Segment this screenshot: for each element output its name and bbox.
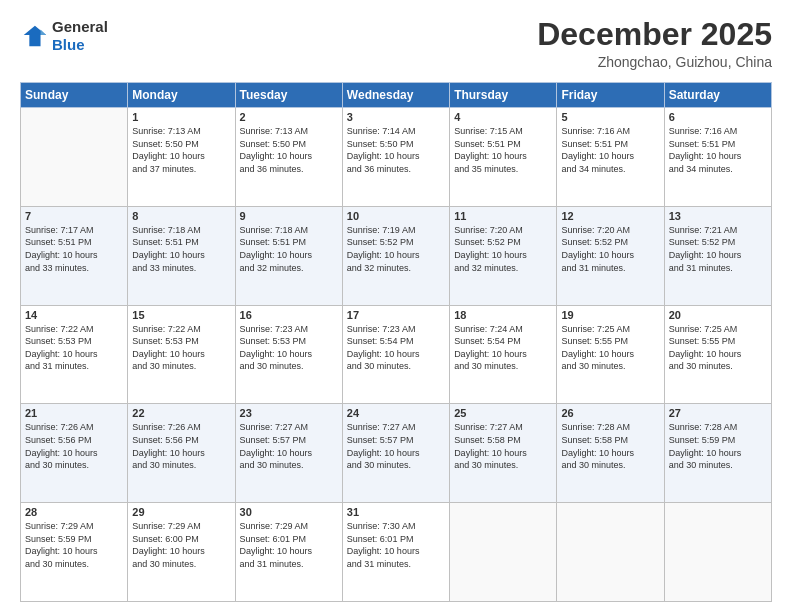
day-number: 20 — [669, 309, 767, 321]
cell-info: Sunrise: 7:28 AMSunset: 5:58 PMDaylight:… — [561, 421, 659, 471]
table-row: 22Sunrise: 7:26 AMSunset: 5:56 PMDayligh… — [128, 404, 235, 503]
day-number: 14 — [25, 309, 123, 321]
day-number: 17 — [347, 309, 445, 321]
table-row: 31Sunrise: 7:30 AMSunset: 6:01 PMDayligh… — [342, 503, 449, 602]
cell-info: Sunrise: 7:22 AMSunset: 5:53 PMDaylight:… — [132, 323, 230, 373]
day-number: 31 — [347, 506, 445, 518]
day-number: 6 — [669, 111, 767, 123]
cell-info: Sunrise: 7:15 AMSunset: 5:51 PMDaylight:… — [454, 125, 552, 175]
calendar-week-row: 7Sunrise: 7:17 AMSunset: 5:51 PMDaylight… — [21, 206, 772, 305]
col-friday: Friday — [557, 83, 664, 108]
day-number: 22 — [132, 407, 230, 419]
cell-info: Sunrise: 7:21 AMSunset: 5:52 PMDaylight:… — [669, 224, 767, 274]
cell-info: Sunrise: 7:29 AMSunset: 6:00 PMDaylight:… — [132, 520, 230, 570]
table-row: 10Sunrise: 7:19 AMSunset: 5:52 PMDayligh… — [342, 206, 449, 305]
day-number: 8 — [132, 210, 230, 222]
table-row — [450, 503, 557, 602]
table-row: 24Sunrise: 7:27 AMSunset: 5:57 PMDayligh… — [342, 404, 449, 503]
header: General Blue December 2025 Zhongchao, Gu… — [20, 18, 772, 70]
cell-info: Sunrise: 7:26 AMSunset: 5:56 PMDaylight:… — [132, 421, 230, 471]
table-row: 15Sunrise: 7:22 AMSunset: 5:53 PMDayligh… — [128, 305, 235, 404]
day-number: 16 — [240, 309, 338, 321]
col-saturday: Saturday — [664, 83, 771, 108]
cell-info: Sunrise: 7:26 AMSunset: 5:56 PMDaylight:… — [25, 421, 123, 471]
day-number: 11 — [454, 210, 552, 222]
cell-info: Sunrise: 7:30 AMSunset: 6:01 PMDaylight:… — [347, 520, 445, 570]
day-number: 12 — [561, 210, 659, 222]
day-number: 30 — [240, 506, 338, 518]
table-row: 21Sunrise: 7:26 AMSunset: 5:56 PMDayligh… — [21, 404, 128, 503]
cell-info: Sunrise: 7:25 AMSunset: 5:55 PMDaylight:… — [561, 323, 659, 373]
month-title: December 2025 — [537, 18, 772, 50]
calendar-table: Sunday Monday Tuesday Wednesday Thursday… — [20, 82, 772, 602]
cell-info: Sunrise: 7:23 AMSunset: 5:54 PMDaylight:… — [347, 323, 445, 373]
cell-info: Sunrise: 7:13 AMSunset: 5:50 PMDaylight:… — [240, 125, 338, 175]
table-row: 7Sunrise: 7:17 AMSunset: 5:51 PMDaylight… — [21, 206, 128, 305]
table-row: 9Sunrise: 7:18 AMSunset: 5:51 PMDaylight… — [235, 206, 342, 305]
table-row: 23Sunrise: 7:27 AMSunset: 5:57 PMDayligh… — [235, 404, 342, 503]
col-sunday: Sunday — [21, 83, 128, 108]
table-row: 17Sunrise: 7:23 AMSunset: 5:54 PMDayligh… — [342, 305, 449, 404]
table-row: 20Sunrise: 7:25 AMSunset: 5:55 PMDayligh… — [664, 305, 771, 404]
cell-info: Sunrise: 7:25 AMSunset: 5:55 PMDaylight:… — [669, 323, 767, 373]
table-row: 5Sunrise: 7:16 AMSunset: 5:51 PMDaylight… — [557, 108, 664, 207]
table-row: 12Sunrise: 7:20 AMSunset: 5:52 PMDayligh… — [557, 206, 664, 305]
table-row: 19Sunrise: 7:25 AMSunset: 5:55 PMDayligh… — [557, 305, 664, 404]
location-subtitle: Zhongchao, Guizhou, China — [537, 54, 772, 70]
table-row: 30Sunrise: 7:29 AMSunset: 6:01 PMDayligh… — [235, 503, 342, 602]
table-row: 3Sunrise: 7:14 AMSunset: 5:50 PMDaylight… — [342, 108, 449, 207]
day-number: 13 — [669, 210, 767, 222]
day-number: 29 — [132, 506, 230, 518]
col-thursday: Thursday — [450, 83, 557, 108]
day-number: 26 — [561, 407, 659, 419]
col-wednesday: Wednesday — [342, 83, 449, 108]
cell-info: Sunrise: 7:17 AMSunset: 5:51 PMDaylight:… — [25, 224, 123, 274]
logo-text-general: General — [52, 18, 108, 36]
cell-info: Sunrise: 7:24 AMSunset: 5:54 PMDaylight:… — [454, 323, 552, 373]
table-row: 25Sunrise: 7:27 AMSunset: 5:58 PMDayligh… — [450, 404, 557, 503]
day-number: 5 — [561, 111, 659, 123]
day-number: 1 — [132, 111, 230, 123]
cell-info: Sunrise: 7:20 AMSunset: 5:52 PMDaylight:… — [561, 224, 659, 274]
svg-marker-0 — [24, 26, 46, 47]
day-number: 18 — [454, 309, 552, 321]
table-row: 18Sunrise: 7:24 AMSunset: 5:54 PMDayligh… — [450, 305, 557, 404]
calendar-week-row: 1Sunrise: 7:13 AMSunset: 5:50 PMDaylight… — [21, 108, 772, 207]
calendar-week-row: 21Sunrise: 7:26 AMSunset: 5:56 PMDayligh… — [21, 404, 772, 503]
table-row: 16Sunrise: 7:23 AMSunset: 5:53 PMDayligh… — [235, 305, 342, 404]
table-row: 29Sunrise: 7:29 AMSunset: 6:00 PMDayligh… — [128, 503, 235, 602]
day-number: 24 — [347, 407, 445, 419]
cell-info: Sunrise: 7:16 AMSunset: 5:51 PMDaylight:… — [669, 125, 767, 175]
day-number: 10 — [347, 210, 445, 222]
col-monday: Monday — [128, 83, 235, 108]
cell-info: Sunrise: 7:29 AMSunset: 6:01 PMDaylight:… — [240, 520, 338, 570]
calendar-header-row: Sunday Monday Tuesday Wednesday Thursday… — [21, 83, 772, 108]
table-row: 13Sunrise: 7:21 AMSunset: 5:52 PMDayligh… — [664, 206, 771, 305]
day-number: 7 — [25, 210, 123, 222]
title-block: December 2025 Zhongchao, Guizhou, China — [537, 18, 772, 70]
cell-info: Sunrise: 7:28 AMSunset: 5:59 PMDaylight:… — [669, 421, 767, 471]
cell-info: Sunrise: 7:23 AMSunset: 5:53 PMDaylight:… — [240, 323, 338, 373]
table-row: 6Sunrise: 7:16 AMSunset: 5:51 PMDaylight… — [664, 108, 771, 207]
col-tuesday: Tuesday — [235, 83, 342, 108]
logo: General Blue — [20, 18, 108, 54]
day-number: 21 — [25, 407, 123, 419]
cell-info: Sunrise: 7:27 AMSunset: 5:57 PMDaylight:… — [240, 421, 338, 471]
day-number: 25 — [454, 407, 552, 419]
cell-info: Sunrise: 7:18 AMSunset: 5:51 PMDaylight:… — [240, 224, 338, 274]
cell-info: Sunrise: 7:16 AMSunset: 5:51 PMDaylight:… — [561, 125, 659, 175]
day-number: 3 — [347, 111, 445, 123]
table-row — [21, 108, 128, 207]
logo-text-blue: Blue — [52, 36, 108, 54]
cell-info: Sunrise: 7:19 AMSunset: 5:52 PMDaylight:… — [347, 224, 445, 274]
day-number: 9 — [240, 210, 338, 222]
cell-info: Sunrise: 7:22 AMSunset: 5:53 PMDaylight:… — [25, 323, 123, 373]
table-row: 8Sunrise: 7:18 AMSunset: 5:51 PMDaylight… — [128, 206, 235, 305]
logo-icon — [20, 22, 48, 50]
table-row — [664, 503, 771, 602]
cell-info: Sunrise: 7:27 AMSunset: 5:58 PMDaylight:… — [454, 421, 552, 471]
calendar-week-row: 14Sunrise: 7:22 AMSunset: 5:53 PMDayligh… — [21, 305, 772, 404]
day-number: 2 — [240, 111, 338, 123]
table-row: 28Sunrise: 7:29 AMSunset: 5:59 PMDayligh… — [21, 503, 128, 602]
table-row: 14Sunrise: 7:22 AMSunset: 5:53 PMDayligh… — [21, 305, 128, 404]
